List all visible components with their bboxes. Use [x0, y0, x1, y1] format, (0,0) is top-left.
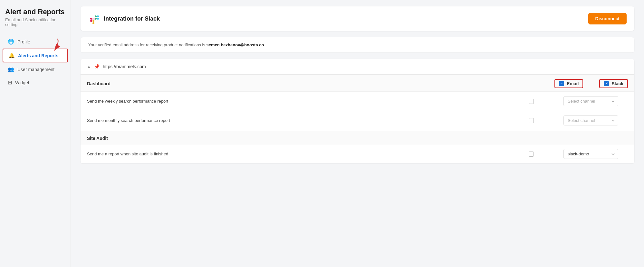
- slack-channel-select-monthly[interactable]: Select channel: [563, 115, 618, 125]
- chevron-up-icon: ▲: [87, 64, 91, 69]
- svg-rect-7: [97, 15, 99, 17]
- email-notice-address: semen.bezhenov@boosta.co: [207, 42, 264, 47]
- integration-label: Integration for Slack: [104, 15, 160, 22]
- report-controls-monthly: Select channel: [515, 115, 628, 125]
- svg-rect-6: [95, 15, 97, 17]
- svg-rect-9: [90, 18, 96, 20]
- slack-control-weekly: Select channel: [563, 96, 628, 106]
- check-icon: ✓: [605, 82, 608, 86]
- integration-title: Integration for Slack: [88, 13, 160, 24]
- slack-logo-icon: [88, 13, 100, 24]
- email-checkbox-weekly[interactable]: [529, 99, 534, 104]
- email-notice: Your verified email address for receivin…: [81, 37, 634, 52]
- page-title: Alert and Reports: [0, 8, 71, 17]
- integration-card: Integration for Slack Disconnect: [81, 6, 634, 31]
- slack-channel-select-weekly[interactable]: Select channel: [563, 96, 618, 106]
- slack-channel-select-site-audit[interactable]: slack-demo Select channel: [563, 149, 618, 159]
- sidebar-item-widget[interactable]: ⊞ Widget: [3, 76, 68, 89]
- category-header-dashboard: Dashboard − Email ✓ Slack: [81, 75, 634, 92]
- report-controls-site-audit: slack-demo Select channel: [515, 149, 628, 159]
- slack-label: Slack: [611, 81, 623, 86]
- user-management-icon: 👥: [8, 66, 14, 72]
- report-controls-weekly: Select channel: [515, 96, 628, 106]
- report-label-weekly: Send me weekly search performance report: [87, 99, 168, 104]
- svg-rect-8: [97, 18, 99, 20]
- report-row-weekly: Send me weekly search performance report…: [81, 92, 634, 111]
- email-notice-prefix: Your verified email address for receivin…: [88, 42, 205, 47]
- dashboard-category: Dashboard − Email ✓ Slack: [81, 75, 634, 130]
- email-column-header: − Email: [554, 79, 583, 88]
- site-pin-icon: 📌: [94, 64, 100, 69]
- category-name-dashboard: Dashboard: [87, 81, 111, 86]
- main-content: Integration for Slack Disconnect Your ve…: [71, 0, 644, 267]
- slack-header-checkbox[interactable]: ✓: [604, 81, 609, 86]
- email-checkbox-site-audit[interactable]: [529, 152, 534, 157]
- site-header[interactable]: ▲ 📌 https://brammels.com: [81, 59, 634, 75]
- sidebar-item-profile[interactable]: 🌐 Profile: [3, 35, 68, 48]
- slack-control-monthly: Select channel: [563, 115, 628, 125]
- widget-icon: ⊞: [8, 79, 12, 86]
- page-subtitle: Email and Slack notification setting: [0, 17, 71, 35]
- email-control-site-audit: [515, 152, 547, 157]
- disconnect-button[interactable]: Disconnect: [588, 13, 627, 24]
- slack-column-header: ✓ Slack: [599, 79, 628, 88]
- report-label-site-audit: Send me a report when site audit is fini…: [87, 152, 168, 156]
- email-control-weekly: [515, 99, 547, 104]
- category-header-site-audit: Site Audit: [81, 131, 634, 144]
- sidebar-item-label: Profile: [17, 39, 30, 44]
- email-label: Email: [567, 81, 579, 86]
- report-row-site-audit: Send me a report when site audit is fini…: [81, 144, 634, 163]
- slack-control-site-audit: slack-demo Select channel: [563, 149, 628, 159]
- report-label-monthly: Send me monthly search performance repor…: [87, 118, 170, 123]
- email-checkbox-monthly[interactable]: [529, 118, 534, 123]
- svg-rect-2: [90, 20, 92, 22]
- channel-headers: − Email ✓ Slack: [554, 79, 628, 88]
- category-name-site-audit: Site Audit: [87, 136, 108, 141]
- svg-rect-4: [92, 22, 94, 24]
- email-control-monthly: [515, 118, 547, 123]
- sidebar-item-label: User management: [17, 67, 54, 72]
- minus-icon: −: [561, 82, 562, 86]
- profile-icon: 🌐: [8, 39, 14, 45]
- sidebar-item-label: Alerts and Reports: [18, 53, 58, 58]
- sidebar-item-alerts[interactable]: 🔔 Alerts and Reports: [3, 49, 68, 62]
- sidebar-item-user-management[interactable]: 👥 User management: [3, 63, 68, 76]
- site-audit-category: Site Audit Send me a report when site au…: [81, 131, 634, 163]
- email-header-checkbox[interactable]: −: [559, 81, 564, 86]
- site-url: https://brammels.com: [103, 64, 146, 69]
- sidebar-item-label: Widget: [15, 80, 29, 85]
- site-section: ▲ 📌 https://brammels.com Dashboard − Ema…: [81, 59, 634, 163]
- alerts-icon: 🔔: [8, 52, 15, 59]
- report-row-monthly: Send me monthly search performance repor…: [81, 111, 634, 130]
- sidebar: Alert and Reports Email and Slack notifi…: [0, 0, 71, 267]
- svg-rect-3: [92, 20, 94, 22]
